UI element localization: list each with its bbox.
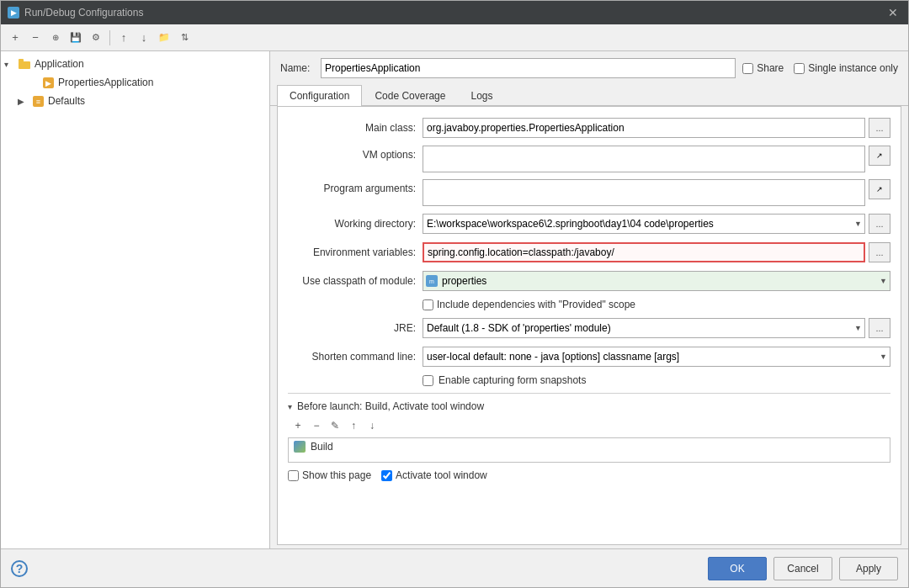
- build-item: Build: [289, 438, 890, 455]
- vm-options-expand-button[interactable]: ↗: [869, 146, 890, 166]
- bl-up-button[interactable]: ↑: [345, 417, 362, 434]
- folder-button[interactable]: 📁: [155, 29, 173, 47]
- properties-app-label: PropertiesApplication: [58, 77, 153, 88]
- vm-options-wrap: ↗: [423, 146, 890, 172]
- dialog-icon: ▶: [8, 7, 19, 19]
- share-row: Share Single instance only: [742, 62, 898, 74]
- include-deps-row: Include dependencies with "Provided" sco…: [288, 299, 890, 310]
- application-group-label: Application: [35, 58, 84, 70]
- include-deps-label: Include dependencies with "Provided" sco…: [437, 299, 635, 310]
- activate-tool-checkbox-label[interactable]: Activate tool window: [381, 469, 487, 481]
- jre-browse-button[interactable]: ...: [869, 318, 890, 338]
- settings-button[interactable]: ⚙: [87, 29, 105, 47]
- working-dir-input-wrap: ▼ ...: [423, 214, 890, 234]
- jre-select-wrapper: Default (1.8 - SDK of 'properties' modul…: [423, 318, 865, 338]
- program-args-expand-button[interactable]: ↗: [869, 179, 890, 199]
- module-icon: m: [426, 275, 438, 287]
- before-launch-toolbar: + − ✎ ↑ ↓: [288, 417, 890, 434]
- tab-configuration[interactable]: Configuration: [277, 85, 362, 106]
- classpath-row: Use classpath of module: m properties ▼: [288, 270, 890, 292]
- add-button[interactable]: +: [6, 29, 24, 47]
- main-class-label: Main class:: [288, 122, 423, 134]
- bl-add-button[interactable]: +: [290, 417, 306, 434]
- defaults-expand: ▶: [18, 97, 31, 106]
- main-class-row: Main class: ...: [288, 117, 890, 139]
- env-vars-input[interactable]: [423, 242, 865, 262]
- copy-button[interactable]: ⊕: [46, 29, 65, 47]
- name-input[interactable]: [321, 58, 736, 78]
- tab-logs[interactable]: Logs: [458, 85, 505, 106]
- tab-code-coverage[interactable]: Code Coverage: [362, 85, 458, 106]
- move-up-button[interactable]: ↑: [114, 29, 133, 47]
- run-debug-dialog: ▶ Run/Debug Configurations ✕ + − ⊕ 💾 ⚙ ↑…: [0, 0, 909, 588]
- move-down-button[interactable]: ↓: [135, 29, 153, 47]
- jre-label: JRE:: [288, 322, 423, 334]
- main-class-input[interactable]: [423, 118, 865, 138]
- svg-text:▶: ▶: [45, 79, 51, 87]
- single-instance-checkbox[interactable]: [794, 63, 805, 74]
- single-instance-checkbox-label[interactable]: Single instance only: [794, 62, 898, 74]
- shorten-select[interactable]: user-local default: none - java [options…: [423, 347, 890, 367]
- form-snapshots-checkbox[interactable]: [423, 375, 433, 386]
- ok-button[interactable]: OK: [708, 557, 767, 580]
- program-args-wrap: ↗: [423, 179, 890, 206]
- application-folder-icon: [18, 57, 31, 71]
- help-button[interactable]: ?: [11, 560, 28, 577]
- program-args-input[interactable]: [423, 179, 865, 206]
- activate-tool-checkbox[interactable]: [381, 470, 392, 481]
- build-icon: [294, 441, 306, 453]
- classpath-label: Use classpath of module:: [288, 275, 423, 287]
- build-list: Build: [288, 437, 890, 463]
- shorten-select-wrapper: user-local default: none - java [options…: [423, 347, 890, 367]
- toolbar-separator: [109, 30, 110, 45]
- bl-down-button[interactable]: ↓: [364, 417, 380, 434]
- tree-application-group[interactable]: ▾ Application: [1, 55, 269, 73]
- bl-remove-button[interactable]: −: [308, 417, 325, 434]
- before-launch-label: Before launch: Build, Activate tool wind…: [297, 400, 484, 412]
- classpath-select[interactable]: properties: [423, 271, 890, 291]
- apply-button[interactable]: Apply: [839, 557, 898, 580]
- form-snapshots-label: Enable capturing form snapshots: [439, 374, 586, 386]
- sort-button[interactable]: ⇅: [175, 29, 194, 47]
- jre-select[interactable]: Default (1.8 - SDK of 'properties' modul…: [423, 318, 865, 338]
- env-vars-input-wrap: ...: [423, 242, 890, 262]
- remove-button[interactable]: −: [26, 29, 45, 47]
- before-launch-triangle: ▾: [288, 402, 292, 411]
- svg-text:m: m: [429, 278, 434, 284]
- jre-input-wrap: Default (1.8 - SDK of 'properties' modul…: [423, 318, 890, 338]
- main-content: ▾ Application ▾ ▶: [1, 51, 908, 548]
- save-button[interactable]: 💾: [66, 29, 85, 47]
- env-vars-browse-button[interactable]: ...: [869, 242, 890, 262]
- tree-properties-application[interactable]: ▾ ▶ PropertiesApplication: [1, 73, 269, 92]
- main-toolbar: + − ⊕ 💾 ⚙ ↑ ↓ 📁 ⇅: [1, 24, 908, 51]
- env-vars-label: Environment variables:: [288, 246, 423, 258]
- vm-options-input[interactable]: [423, 146, 865, 172]
- cancel-button[interactable]: Cancel: [773, 557, 832, 580]
- show-page-row: Show this page Activate tool window: [288, 469, 890, 481]
- defaults-label: Defaults: [48, 95, 85, 107]
- include-deps-checkbox[interactable]: [423, 299, 433, 310]
- working-dir-label: Working directory:: [288, 218, 423, 230]
- working-dir-input[interactable]: [423, 214, 865, 234]
- before-launch-header: ▾ Before launch: Build, Activate tool wi…: [288, 400, 890, 412]
- app-config-icon: ▶: [41, 76, 55, 89]
- show-page-checkbox-label[interactable]: Show this page: [288, 469, 371, 481]
- share-checkbox-label[interactable]: Share: [742, 62, 784, 74]
- close-button[interactable]: ✕: [885, 6, 901, 19]
- bottom-buttons: OK Cancel Apply: [708, 557, 898, 580]
- show-page-checkbox[interactable]: [288, 470, 299, 481]
- main-class-browse-button[interactable]: ...: [869, 118, 890, 138]
- shorten-row: Shorten command line: user-local default…: [288, 346, 890, 368]
- defaults-icon: ≡: [31, 94, 45, 108]
- shorten-label: Shorten command line:: [288, 351, 423, 363]
- bl-edit-button[interactable]: ✎: [327, 417, 343, 434]
- before-launch-section: ▾ Before launch: Build, Activate tool wi…: [288, 393, 890, 481]
- tree-defaults[interactable]: ▶ ≡ Defaults: [1, 92, 269, 110]
- dialog-title: Run/Debug Configurations: [24, 7, 143, 19]
- working-dir-select-wrapper: ▼: [423, 214, 865, 234]
- svg-rect-1: [19, 59, 24, 62]
- share-checkbox[interactable]: [742, 63, 753, 74]
- working-dir-browse-button[interactable]: ...: [869, 214, 890, 234]
- config-tree: ▾ Application ▾ ▶: [1, 51, 269, 114]
- program-args-row: Program arguments: ↗: [288, 179, 890, 206]
